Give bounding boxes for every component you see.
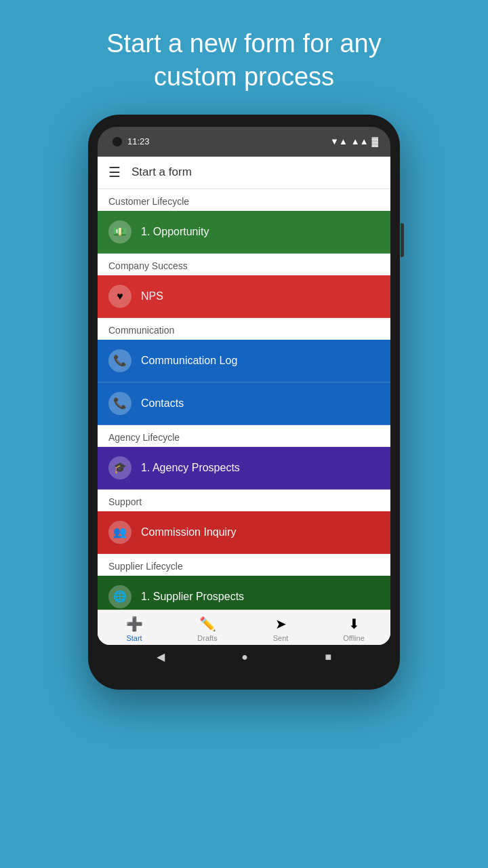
section-label: Support (98, 490, 390, 511)
status-time: 11:23 (127, 136, 150, 146)
camera (113, 137, 122, 146)
section-label: Agency Lifecycle (98, 425, 390, 447)
nav-label-offline: Offline (343, 634, 365, 642)
app-header-title: Start a form (131, 165, 192, 179)
phone-mockup: 11:23 ▼▲ ▲▲ ▓ ☰ Start a form Customer Li… (88, 115, 400, 690)
nav-item-start[interactable]: ➕Start (110, 616, 158, 642)
section-list: Customer Lifecycle💵1. OpportunityCompany… (98, 189, 390, 610)
status-bar: 11:23 ▼▲ ▲▲ ▓ (98, 127, 390, 157)
app-header: ☰ Start a form (98, 157, 390, 189)
form-item[interactable]: ♥NPS (98, 275, 390, 318)
form-item-text: 1. Opportunity (141, 226, 209, 238)
form-item[interactable]: 👥Commission Inquiry (98, 511, 390, 554)
menu-icon[interactable]: ☰ (108, 164, 121, 180)
nav-icon-start: ➕ (126, 616, 143, 632)
wifi-icon: ▼▲ (330, 136, 348, 146)
battery-icon: ▓ (372, 136, 378, 146)
bottom-nav: ➕Start✏️Drafts➤Sent⬇Offline (98, 610, 390, 645)
section-label: Supplier Lifecycle (98, 554, 390, 576)
form-item[interactable]: 📞Communication Log (98, 340, 390, 382)
form-item[interactable]: 📞Contacts (98, 382, 390, 425)
nav-label-sent: Sent (273, 634, 289, 642)
form-item[interactable]: 💵1. Opportunity (98, 211, 390, 254)
signal-icon: ▲▲ (351, 136, 369, 146)
form-item-icon: 🌐 (108, 585, 131, 608)
phone-bottom-bar: ◀ ● ■ (98, 645, 390, 669)
section-label: Communication (98, 318, 390, 340)
form-item-text: Commission Inquiry (141, 526, 236, 538)
nav-icon-offline: ⬇ (348, 616, 360, 632)
form-item-icon: 👥 (108, 521, 131, 544)
form-item-text: Communication Log (141, 355, 237, 367)
form-item-text: NPS (141, 290, 163, 302)
form-item-text: 1. Agency Prospects (141, 462, 240, 474)
nav-label-start: Start (126, 634, 142, 642)
form-item-icon: 🎓 (108, 456, 131, 479)
nav-item-sent[interactable]: ➤Sent (257, 616, 304, 642)
form-item-icon: 📞 (108, 349, 131, 372)
form-item-icon: 💵 (108, 220, 131, 243)
form-item-icon: ♥ (108, 285, 131, 308)
side-button (401, 223, 404, 257)
nav-item-offline[interactable]: ⬇Offline (330, 616, 378, 642)
hero-text: Start a new form for any custom process (66, 0, 422, 115)
form-item[interactable]: 🌐1. Supplier Prospects (98, 576, 390, 610)
section-label: Company Success (98, 254, 390, 275)
nav-icon-sent: ➤ (275, 616, 287, 632)
status-icons: ▼▲ ▲▲ ▓ (330, 136, 378, 146)
section-label: Customer Lifecycle (98, 189, 390, 211)
form-item-text: Contacts (141, 397, 184, 410)
nav-label-drafts: Drafts (197, 634, 217, 642)
nav-icon-drafts: ✏️ (199, 616, 216, 632)
form-item[interactable]: 🎓1. Agency Prospects (98, 447, 390, 490)
form-item-icon: 📞 (108, 392, 131, 415)
nav-item-drafts[interactable]: ✏️Drafts (184, 616, 231, 642)
form-item-text: 1. Supplier Prospects (141, 591, 244, 603)
recents-button[interactable]: ■ (325, 651, 332, 663)
home-button[interactable]: ● (241, 651, 248, 663)
back-button[interactable]: ◀ (157, 650, 165, 663)
phone-screen: ☰ Start a form Customer Lifecycle💵1. Opp… (98, 157, 390, 645)
